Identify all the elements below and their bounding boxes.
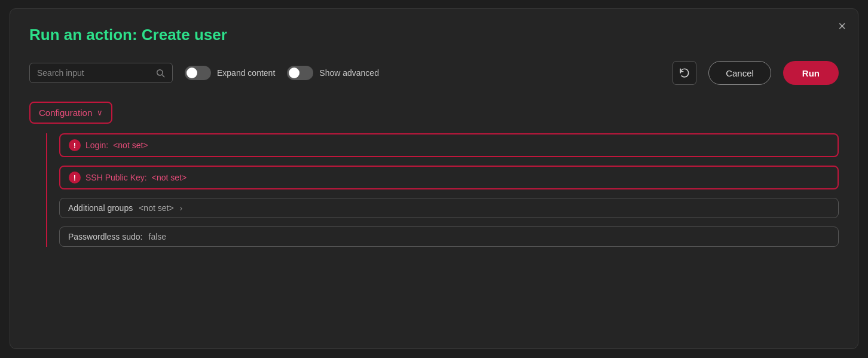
passwordless-sudo-label: Passwordless sudo: bbox=[68, 232, 143, 241]
login-field-value: <not set> bbox=[113, 140, 148, 150]
config-header-label: Configuration bbox=[39, 108, 92, 118]
ssh-error-icon: ! bbox=[69, 172, 81, 183]
search-wrapper bbox=[29, 63, 173, 83]
run-button[interactable]: Run bbox=[783, 61, 839, 85]
additional-groups-label: Additional groups bbox=[68, 203, 133, 213]
close-button[interactable]: × bbox=[838, 20, 846, 33]
show-advanced-group: Show advanced bbox=[287, 66, 379, 80]
show-advanced-label: Show advanced bbox=[319, 68, 379, 78]
show-advanced-toggle[interactable] bbox=[287, 66, 313, 80]
config-section: Configuration ∨ ! Login: <not set> ! SSH… bbox=[29, 102, 839, 247]
ssh-field-name: SSH Public Key: bbox=[85, 173, 147, 182]
login-error-icon: ! bbox=[69, 139, 81, 151]
dialog: × Run an action: Create user Expand cont… bbox=[10, 8, 858, 349]
search-input[interactable] bbox=[37, 68, 151, 78]
additional-groups-chevron-right-icon: › bbox=[180, 203, 183, 213]
login-field[interactable]: ! Login: <not set> bbox=[59, 133, 839, 157]
login-field-name: Login: bbox=[85, 140, 108, 150]
reset-icon bbox=[679, 68, 690, 78]
additional-groups-field[interactable]: Additional groups <not set> › bbox=[59, 198, 839, 218]
ssh-public-key-field[interactable]: ! SSH Public Key: <not set> bbox=[59, 166, 839, 189]
passwordless-sudo-value: false bbox=[149, 232, 167, 241]
expand-content-toggle[interactable] bbox=[185, 66, 211, 80]
ssh-field-value: <not set> bbox=[152, 173, 187, 182]
svg-point-0 bbox=[157, 70, 163, 75]
toolbar: Expand content Show advanced Cancel Run bbox=[29, 61, 839, 85]
cancel-button[interactable]: Cancel bbox=[708, 61, 771, 85]
passwordless-sudo-field[interactable]: Passwordless sudo: false bbox=[59, 227, 839, 247]
config-body: ! Login: <not set> ! SSH Public Key: <no… bbox=[46, 133, 839, 247]
expand-content-label: Expand content bbox=[217, 68, 275, 78]
dialog-title: Run an action: Create user bbox=[29, 26, 839, 44]
additional-groups-value: <not set> bbox=[139, 203, 173, 213]
config-header[interactable]: Configuration ∨ bbox=[29, 102, 112, 124]
svg-line-1 bbox=[162, 75, 164, 77]
expand-content-group: Expand content bbox=[185, 66, 275, 80]
search-icon bbox=[155, 68, 165, 78]
reset-button[interactable] bbox=[673, 61, 696, 85]
config-chevron-down-icon: ∨ bbox=[97, 108, 103, 117]
